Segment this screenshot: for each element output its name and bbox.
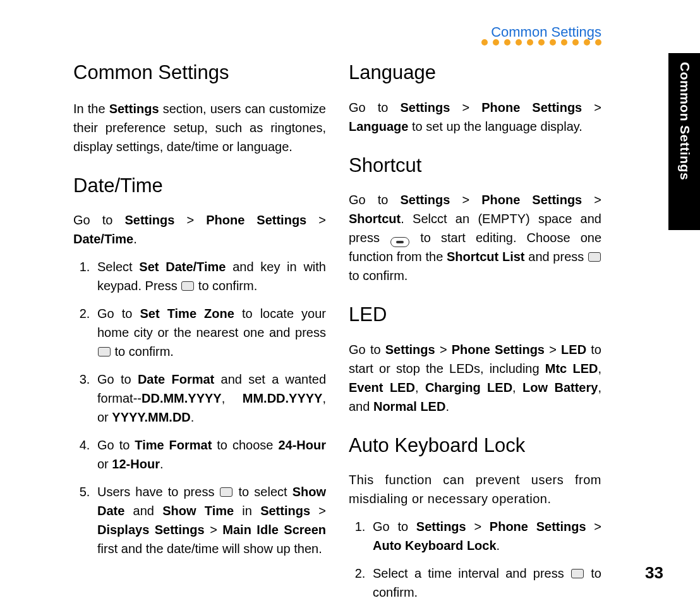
text: > (435, 343, 452, 356)
text-bold: Settings (400, 100, 450, 114)
text-bold: Mtc LED (545, 362, 598, 375)
language-paragraph: Go to Settings > Phone Settings > Langua… (349, 98, 601, 136)
text-bold: Displays Settings (97, 523, 205, 537)
dot-icon (550, 39, 556, 46)
text-bold: Low Battery (522, 381, 598, 394)
list-item: Go to Set Time Zone to locate your home … (94, 304, 326, 361)
text: Users have to press (97, 485, 219, 499)
text: Go to (97, 372, 138, 386)
text: Go to (349, 343, 385, 356)
text-bold: LED (561, 343, 586, 356)
heading-auto-keyboard-lock: Auto Keyboard Lock (349, 431, 601, 461)
text: > (582, 193, 601, 207)
text: , (415, 381, 425, 394)
text: Select (97, 260, 139, 274)
select-button-icon (220, 487, 232, 497)
decorative-dots (481, 39, 601, 46)
text: > (205, 523, 223, 537)
intro-paragraph: In the Settings section, users can custo… (73, 99, 326, 156)
text-bold: Phone Settings (452, 343, 545, 356)
text: to set up the language display. (408, 119, 582, 133)
heading-led: LED (349, 300, 601, 330)
text-bold: YYYY.MM.DD (112, 410, 190, 424)
text: > (310, 504, 326, 518)
text: > (586, 520, 601, 533)
list-item: Go to Settings > Phone Settings > Auto K… (369, 517, 601, 555)
text: . (160, 457, 164, 471)
text-bold: 24-Hour (278, 438, 326, 452)
date-time-nav: Go to Settings > Phone Settings > Date/T… (73, 210, 326, 248)
list-item: Users have to press to select Show Date … (94, 482, 326, 558)
text-bold: Phone Settings (481, 100, 582, 114)
list-item: Select Set Date/Time and key in with key… (94, 257, 326, 295)
heading-date-time: Date/Time (73, 171, 326, 201)
text-bold: Time Format (135, 438, 212, 452)
header-section-title: Common Settings (491, 24, 601, 40)
edit-button-icon (390, 237, 409, 247)
list-item: Go to Time Format to choose 24-Hour or 1… (94, 436, 326, 473)
text-bold: Event LED (349, 381, 415, 394)
text: Go to (97, 307, 140, 320)
led-paragraph: Go to Settings > Phone Settings > LED to… (349, 340, 601, 416)
text-bold: Settings (109, 102, 159, 116)
text-bold: Phone Settings (481, 193, 582, 207)
text: , (598, 362, 601, 375)
akl-intro: This function can prevent users from mis… (349, 470, 601, 508)
list-item: Select a time interval and press to conf… (369, 564, 601, 602)
dot-icon (481, 39, 488, 46)
text-bold: 12-Hour (112, 457, 160, 471)
text: to confirm. (111, 344, 174, 358)
shortcut-paragraph: Go to Settings > Phone Settings > Shortc… (349, 190, 601, 285)
text: In the (73, 102, 109, 116)
text: to select (233, 485, 292, 499)
text-bold: DD.MM.YYYY (142, 391, 222, 405)
dot-icon (527, 39, 533, 46)
confirm-button-icon (588, 252, 601, 262)
text: > (466, 520, 490, 533)
text-bold: Settings (416, 520, 466, 533)
text-bold: Date Format (138, 372, 214, 386)
list-item: Go to Date Format and set a wanted forma… (94, 370, 326, 427)
text-bold: Date/Time (73, 232, 133, 246)
heading-language: Language (349, 58, 601, 88)
text-bold: Set Date/Time (139, 260, 226, 274)
text: and (124, 504, 162, 518)
text-bold: Shortcut List (447, 250, 525, 264)
text: > (306, 213, 326, 227)
text-bold: Settings (124, 213, 174, 227)
text: Go to (373, 520, 416, 533)
confirm-button-icon (181, 281, 194, 291)
text-bold: Phone Settings (206, 213, 306, 227)
akl-steps: Go to Settings > Phone Settings > Auto K… (349, 517, 601, 602)
text-bold: Shortcut (349, 212, 401, 226)
dot-icon (595, 39, 601, 46)
text-bold: MM.DD.YYYY (243, 391, 323, 405)
text-bold: Set Time Zone (140, 307, 234, 320)
text-bold: Settings (385, 343, 435, 356)
page-content: Common Settings In the Settings section,… (73, 58, 603, 603)
dot-icon (538, 39, 545, 46)
dot-icon (516, 39, 522, 46)
text-bold: Phone Settings (490, 520, 586, 533)
text: or (97, 457, 112, 471)
text: Select a time interval and press (373, 566, 570, 580)
dot-icon (572, 39, 579, 46)
text: Go to (97, 438, 135, 452)
text: to confirm. (195, 279, 257, 293)
text-bold: Show Time (162, 504, 234, 518)
heading-common-settings: Common Settings (73, 58, 326, 88)
text-bold: Settings (260, 504, 310, 518)
text-bold: Main Idle Screen (222, 523, 326, 537)
text-bold: Charging LED (425, 381, 512, 394)
heading-shortcut: Shortcut (349, 151, 601, 181)
dot-icon (561, 39, 567, 46)
text: . (445, 399, 449, 413)
left-column: Common Settings In the Settings section,… (73, 58, 326, 603)
text: > (450, 193, 481, 207)
dot-icon (493, 39, 499, 46)
text: to choose (212, 438, 278, 452)
text: . (133, 232, 137, 246)
text: and press (525, 250, 588, 264)
text: to confirm. (349, 269, 407, 283)
text: Go to (73, 213, 124, 227)
